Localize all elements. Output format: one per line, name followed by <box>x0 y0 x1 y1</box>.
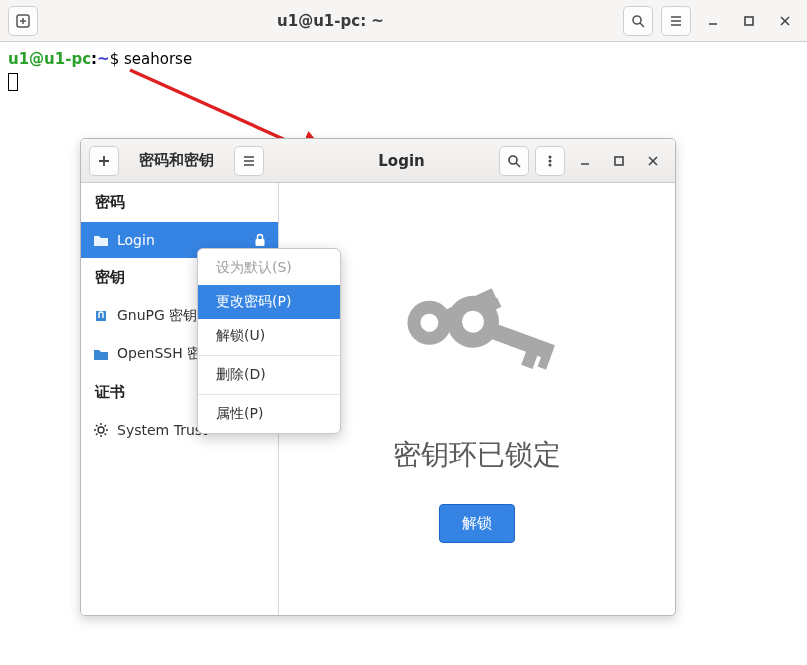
sidebar-header-passwords: 密码 <box>81 183 278 222</box>
context-menu: 设为默认(S) 更改密码(P) 解锁(U) 删除(D) 属性(P) <box>197 248 341 434</box>
terminal-titlebar: u1@u1-pc: ~ <box>0 0 807 42</box>
prompt-user: u1@u1-pc <box>8 50 91 68</box>
svg-point-22 <box>549 163 552 166</box>
svg-line-19 <box>516 163 520 167</box>
folder-icon <box>93 233 109 247</box>
lock-icon <box>254 233 266 247</box>
prompt-char: $ <box>110 50 124 68</box>
svg-point-20 <box>549 155 552 158</box>
svg-rect-24 <box>615 157 623 165</box>
seahorse-search-button[interactable] <box>499 146 529 176</box>
menu-item-properties[interactable]: 属性(P) <box>198 397 340 431</box>
svg-line-36 <box>105 425 107 427</box>
seahorse-minimize-button[interactable] <box>571 147 599 175</box>
gnupg-icon <box>93 308 109 324</box>
svg-point-3 <box>633 16 641 24</box>
add-button[interactable] <box>89 146 119 176</box>
menu-item-delete[interactable]: 删除(D) <box>198 358 340 392</box>
menu-separator <box>198 394 340 395</box>
prompt-path: ~ <box>97 50 110 68</box>
svg-point-28 <box>98 427 104 433</box>
terminal-command: seahorse <box>124 50 192 68</box>
gear-icon <box>93 422 109 438</box>
menu-item-unlock[interactable]: 解锁(U) <box>198 319 340 353</box>
sidebar-menu-button[interactable] <box>234 146 264 176</box>
menu-item-change-password[interactable]: 更改密码(P) <box>198 285 340 319</box>
svg-rect-9 <box>745 17 753 25</box>
svg-line-34 <box>105 434 107 436</box>
seahorse-title-mid: Login <box>272 152 491 170</box>
folder-icon <box>93 347 109 361</box>
sidebar-item-label: GnuPG 密钥 <box>117 307 197 325</box>
new-tab-button[interactable] <box>8 6 38 36</box>
minimize-button[interactable] <box>699 7 727 35</box>
menu-item-set-default[interactable]: 设为默认(S) <box>198 251 340 285</box>
sidebar-item-label: Login <box>117 232 155 248</box>
maximize-button[interactable] <box>735 7 763 35</box>
menu-button[interactable] <box>661 6 691 36</box>
locked-heading: 密钥环已锁定 <box>393 436 561 474</box>
svg-point-21 <box>549 159 552 162</box>
seahorse-window: 密码和密钥 Login 密码 <box>80 138 676 616</box>
svg-rect-44 <box>488 322 555 359</box>
seahorse-titlebar: 密码和密钥 Login <box>81 139 675 183</box>
svg-line-35 <box>96 434 98 436</box>
terminal-body[interactable]: u1@u1-pc:~$ seahorse <box>0 42 807 92</box>
svg-line-4 <box>640 23 644 27</box>
seahorse-title-left: 密码和密钥 <box>125 151 228 170</box>
close-button[interactable] <box>771 7 799 35</box>
keys-icon <box>392 256 562 406</box>
search-button[interactable] <box>623 6 653 36</box>
seahorse-kebab-button[interactable] <box>535 146 565 176</box>
terminal-cursor <box>8 73 18 91</box>
terminal-title: u1@u1-pc: ~ <box>46 12 615 30</box>
sidebar-item-label: System Trust <box>117 422 208 438</box>
menu-separator <box>198 355 340 356</box>
unlock-button[interactable]: 解锁 <box>439 504 515 543</box>
svg-rect-27 <box>256 239 265 246</box>
svg-point-18 <box>509 156 517 164</box>
svg-line-33 <box>96 425 98 427</box>
seahorse-close-button[interactable] <box>639 147 667 175</box>
seahorse-maximize-button[interactable] <box>605 147 633 175</box>
